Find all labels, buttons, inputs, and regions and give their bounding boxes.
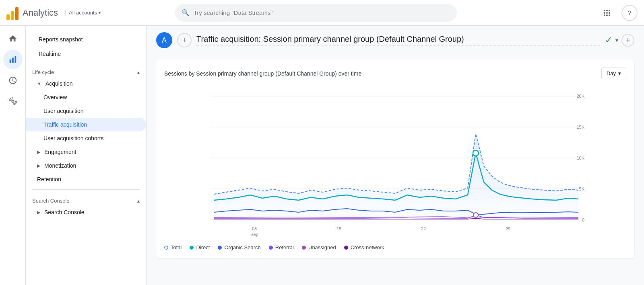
nav-right: ? <box>599 5 638 21</box>
add-comparison-button[interactable]: + <box>177 33 192 47</box>
search-console-section-label: Search Console <box>32 198 70 204</box>
logo-bar-2 <box>11 11 14 20</box>
legend-item-unassigned[interactable]: Unassigned <box>302 244 336 250</box>
sidebar-item-monetization[interactable]: ▶ Monetization <box>26 159 146 172</box>
sidebar-item-user-acquisition-cohorts[interactable]: User acquisition cohorts <box>26 131 146 145</box>
sidebar-item-overview[interactable]: Overview <box>26 90 146 104</box>
realtime-label: Realtime <box>39 51 61 57</box>
sidebar-item-search-console[interactable]: ▶ Search Console <box>26 205 146 219</box>
svg-text:29: 29 <box>506 226 510 231</box>
svg-point-0 <box>604 10 605 11</box>
sidebar-item-traffic-acquisition[interactable]: Traffic acquisition <box>26 118 146 131</box>
sidebar-item-user-acquisition[interactable]: User acquisition <box>26 104 146 118</box>
logo-bar-1 <box>6 14 10 20</box>
search-console-chevron-icon: ▴ <box>137 198 140 204</box>
chart-card: Sessions by Session primary channel grou… <box>156 59 634 258</box>
svg-text:0: 0 <box>582 217 584 222</box>
svg-text:Sep: Sep <box>250 232 258 237</box>
legend-item-referral[interactable]: Referral <box>269 244 294 250</box>
svg-text:22: 22 <box>421 226 426 231</box>
svg-text:15: 15 <box>336 226 341 231</box>
avatar-letter: A <box>162 36 167 45</box>
apps-button[interactable] <box>599 5 615 21</box>
search-input[interactable] <box>194 9 450 16</box>
time-selector[interactable]: Day ▾ <box>601 68 626 79</box>
retention-label: Retention <box>37 176 61 182</box>
sidebar-item-acquisition[interactable]: ▼ Acquisition <box>26 77 146 90</box>
svg-point-3 <box>604 12 605 14</box>
page-title: Traffic acquisition: Session primary cha… <box>196 35 600 46</box>
sidebar-divider <box>32 189 140 190</box>
direct-legend-label: Direct <box>196 244 210 250</box>
svg-point-8 <box>609 14 610 16</box>
lifecycle-chevron-icon: ▴ <box>137 70 140 75</box>
acquisition-label: Acquisition <box>45 80 73 87</box>
direct-legend-icon <box>190 246 194 250</box>
account-switcher[interactable]: All accounts ▾ <box>65 10 104 16</box>
gauge-icon <box>8 76 17 85</box>
reports-snapshot-label: Reports snapshot <box>39 36 83 43</box>
svg-point-7 <box>606 14 608 16</box>
dropdown-arrow-icon[interactable]: ▾ <box>615 37 618 43</box>
avatar: A <box>156 32 172 48</box>
global-search-bar[interactable]: 🔍 <box>175 4 457 22</box>
direct-highlight-point <box>473 150 479 156</box>
unassigned-legend-icon <box>302 246 306 250</box>
sidebar-item-engagement[interactable]: ▶ Engagement <box>26 145 146 159</box>
legend-item-total[interactable]: Total <box>164 244 182 250</box>
icon-rail <box>0 26 26 285</box>
legend-item-organic-search[interactable]: Organic Search <box>218 244 260 250</box>
total-legend-icon <box>164 246 168 250</box>
chart-title: Sessions by Session primary channel grou… <box>164 70 361 77</box>
chart-legend: Total Direct Organic Search Referral Una… <box>164 244 626 250</box>
svg-point-2 <box>609 10 610 11</box>
cross-network-legend-icon <box>344 246 348 250</box>
monetization-label: Monetization <box>44 162 76 169</box>
help-button[interactable]: ? <box>621 5 638 21</box>
main-layout: Reports snapshot Realtime Life cycle ▴ ▼… <box>0 26 644 285</box>
svg-point-5 <box>609 12 610 14</box>
monetization-expand-icon: ▶ <box>37 163 40 168</box>
time-selector-label: Day <box>607 70 616 76</box>
gauge-nav-item[interactable] <box>3 71 23 90</box>
sidebar-item-realtime[interactable]: Realtime <box>32 47 140 61</box>
sidebar-item-retention[interactable]: Retention <box>26 172 146 186</box>
svg-point-4 <box>606 12 608 14</box>
user-acquisition-cohorts-label: User acquisition cohorts <box>43 135 103 141</box>
chart-container: 20K 15K 10K 5K 0 08 Sep 15 22 2 <box>164 86 626 240</box>
sidebar-item-reports-snapshot[interactable]: Reports snapshot <box>32 32 140 47</box>
referral-legend-label: Referral <box>275 244 294 250</box>
total-legend-label: Total <box>171 244 182 250</box>
logo-bar-3 <box>15 7 19 20</box>
sessions-chart: 20K 15K 10K 5K 0 08 Sep 15 22 2 <box>164 86 626 238</box>
home-nav-item[interactable] <box>3 29 23 48</box>
sidebar: Reports snapshot Realtime Life cycle ▴ ▼… <box>26 26 147 285</box>
sidebar-top-items: Reports snapshot Realtime <box>26 32 146 61</box>
user-acquisition-label: User acquisition <box>43 108 84 114</box>
add-widget-button[interactable]: + <box>621 34 634 47</box>
search-console-section-header[interactable]: Search Console ▴ <box>26 193 146 205</box>
satellite-nav-item[interactable] <box>3 92 23 111</box>
search-console-expand-icon: ▶ <box>37 210 40 215</box>
reports-nav-item[interactable] <box>3 50 23 69</box>
account-label: All accounts <box>69 10 97 16</box>
main-content: A + Traffic acquisition: Session primary… <box>147 26 644 285</box>
analytics-logo <box>6 6 19 20</box>
organic-search-legend-icon <box>218 246 222 250</box>
satellite-icon <box>8 97 17 106</box>
bar-chart-icon <box>8 55 17 64</box>
page-header-actions: ✓ ▾ + <box>605 34 634 47</box>
engagement-label: Engagement <box>44 149 76 155</box>
lifecycle-section-header[interactable]: Life cycle ▴ <box>26 64 146 77</box>
home-icon <box>8 34 17 43</box>
logo-area: Analytics All accounts ▾ <box>6 6 104 20</box>
unassigned-highlight-point <box>473 213 478 217</box>
time-selector-chevron-icon: ▾ <box>618 70 621 76</box>
search-console-label: Search Console <box>44 209 85 215</box>
traffic-acquisition-label: Traffic acquisition <box>43 121 87 128</box>
svg-text:08: 08 <box>252 226 257 231</box>
legend-item-direct[interactable]: Direct <box>190 244 210 250</box>
svg-point-1 <box>606 10 608 11</box>
svg-point-6 <box>604 14 605 16</box>
legend-item-cross-network[interactable]: Cross-network <box>344 244 384 250</box>
